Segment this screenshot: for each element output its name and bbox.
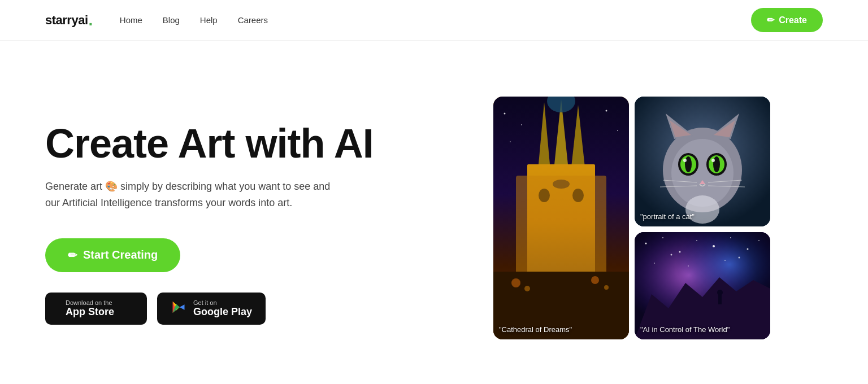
app-buttons: Download on the App Store Get it on [45,293,429,325]
main-content: Create Art with AI Generate art 🎨 simply… [0,41,868,384]
svg-point-19 [606,110,607,112]
svg-point-14 [524,286,530,291]
hero-description: Generate art 🎨 simply by describing what… [45,178,345,211]
header: starryai. Home Blog Help Careers ✏ Creat… [0,0,868,41]
cat-image-card: "portrait of a cat" [635,97,770,226]
nav-help[interactable]: Help [200,15,218,25]
create-button-label: Create [779,15,807,25]
svg-point-56 [671,254,672,256]
svg-point-35 [683,159,687,162]
app-store-button[interactable]: Download on the App Store [45,293,147,325]
google-play-text: Get it on Google Play [193,299,252,318]
svg-point-20 [617,130,618,131]
svg-point-57 [688,265,689,267]
hero-title: Create Art with AI [45,123,429,165]
hero-desc-part1: Generate art [45,181,105,192]
svg-point-9 [572,189,584,202]
start-creating-button[interactable]: ✏ Start Creating [45,238,180,272]
cathedral-image-card: "Cathedral of Dreams" [493,97,629,339]
svg-rect-60 [718,294,722,304]
svg-point-59 [739,257,740,259]
svg-point-50 [696,240,697,241]
hero-left: Create Art with AI Generate art 🎨 simply… [45,111,429,325]
svg-point-18 [521,124,522,125]
svg-point-58 [724,260,726,261]
main-nav: Home Blog Help Careers [120,15,268,25]
image-grid: "Cathedral of Dreams" [493,97,770,339]
cat-caption: "portrait of a cat" [640,212,695,221]
space-image-card: "AI in Control of The World" [635,232,770,339]
svg-point-49 [679,251,681,253]
nav-home[interactable]: Home [120,15,142,25]
nav-blog[interactable]: Blog [163,15,180,25]
svg-point-13 [511,278,520,287]
svg-point-53 [747,248,749,250]
svg-point-33 [685,156,692,172]
svg-point-17 [504,113,506,115]
svg-point-54 [758,240,760,241]
svg-point-55 [654,263,655,264]
app-store-text: Download on the App Store [66,299,114,318]
svg-point-51 [713,245,715,247]
svg-point-16 [604,285,609,290]
app-store-main-label: App Store [66,306,114,318]
nav-careers[interactable]: Careers [238,15,268,25]
logo-text: starryai [45,13,88,28]
google-play-main-label: Google Play [193,306,252,318]
pencil-icon: ✏ [767,15,774,25]
svg-point-61 [717,290,723,295]
cat-image: "portrait of a cat" [635,97,770,226]
svg-point-21 [510,141,511,142]
svg-point-48 [662,237,663,238]
svg-point-34 [713,156,720,172]
logo[interactable]: starryai. [45,12,93,28]
svg-point-47 [645,243,647,245]
space-image: "AI in Control of The World" [635,232,770,339]
cathedral-image: "Cathedral of Dreams" [493,97,629,339]
google-play-sub-label: Get it on [193,299,217,306]
google-play-icon [171,299,186,318]
start-pencil-icon: ✏ [68,248,77,262]
logo-dot: . [89,12,93,28]
svg-point-36 [711,159,715,162]
cathedral-caption: "Cathedral of Dreams" [499,325,572,334]
start-creating-label: Start Creating [83,248,158,261]
hero-right: "Cathedral of Dreams" [429,97,823,339]
svg-rect-6 [516,176,606,277]
svg-point-15 [591,276,599,284]
hero-emoji: 🎨 [105,181,118,192]
app-store-sub-label: Download on the [66,299,112,306]
create-button[interactable]: ✏ Create [751,8,823,32]
svg-point-7 [553,180,570,189]
google-play-button[interactable]: Get it on Google Play [157,293,266,325]
svg-point-52 [730,237,731,238]
space-caption: "AI in Control of The World" [640,325,730,334]
svg-point-8 [539,189,550,202]
